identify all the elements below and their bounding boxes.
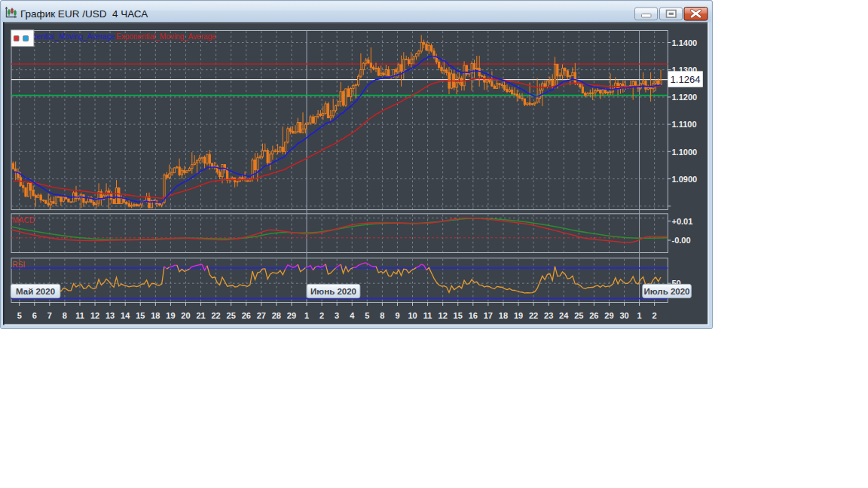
svg-text:1.0900: 1.0900 [672, 175, 698, 184]
svg-text:12: 12 [90, 311, 99, 320]
svg-text:20: 20 [181, 311, 190, 320]
svg-text:5: 5 [365, 311, 369, 320]
svg-text:11: 11 [75, 311, 84, 320]
svg-text:18: 18 [499, 311, 508, 320]
svg-text:15: 15 [136, 311, 145, 320]
svg-text:8: 8 [63, 311, 67, 320]
svg-text:13: 13 [105, 311, 115, 320]
svg-text:26: 26 [242, 311, 251, 320]
svg-text:Июнь 2020: Июнь 2020 [310, 287, 356, 296]
svg-text:Exponential_Moving_Average: Exponential_Moving_Average [116, 32, 216, 41]
svg-text:8: 8 [380, 311, 384, 320]
svg-text:27: 27 [257, 311, 266, 320]
svg-text:21: 21 [196, 311, 205, 320]
svg-text:19: 19 [514, 311, 523, 320]
svg-text:2: 2 [653, 311, 657, 320]
svg-text:1: 1 [304, 311, 309, 320]
svg-text:25: 25 [574, 311, 583, 320]
svg-text:1.1264: 1.1264 [671, 74, 701, 85]
svg-text:11: 11 [423, 311, 432, 320]
svg-text:15: 15 [454, 311, 463, 320]
svg-text:29: 29 [604, 311, 613, 320]
svg-text:18: 18 [151, 311, 160, 320]
svg-text:7: 7 [47, 311, 52, 320]
svg-text:MACD: MACD [13, 216, 35, 224]
svg-text:5: 5 [17, 311, 22, 320]
svg-text:26: 26 [589, 311, 598, 320]
svg-text:-0.00: -0.00 [672, 236, 691, 245]
svg-text:19: 19 [166, 311, 175, 320]
svg-text:Июль 2020: Июль 2020 [644, 287, 690, 296]
svg-text:22: 22 [529, 311, 538, 320]
svg-text:+0.01: +0.01 [672, 217, 693, 226]
svg-text:4: 4 [350, 311, 355, 320]
svg-text:16: 16 [469, 311, 478, 320]
svg-text:1: 1 [637, 311, 642, 320]
svg-text:30: 30 [619, 311, 628, 320]
svg-text:График EUR /USD 4 ЧАСА: График EUR /USD 4 ЧАСА [20, 8, 148, 20]
svg-text:25: 25 [227, 311, 236, 320]
svg-text:1.1200: 1.1200 [672, 93, 698, 102]
svg-text:10: 10 [408, 311, 417, 320]
svg-text:1.1400: 1.1400 [672, 38, 698, 47]
svg-text:RSI: RSI [13, 261, 26, 269]
svg-text:1.1100: 1.1100 [672, 120, 697, 129]
svg-text:3: 3 [335, 311, 339, 320]
svg-text:14: 14 [121, 311, 130, 320]
svg-text:23: 23 [544, 311, 553, 320]
svg-text:12: 12 [439, 311, 448, 320]
svg-text:28: 28 [272, 311, 281, 320]
svg-text:17: 17 [484, 311, 493, 320]
svg-text:24: 24 [559, 311, 569, 320]
svg-text:Май 2020: Май 2020 [16, 287, 55, 296]
svg-text:2: 2 [319, 311, 324, 320]
svg-text:1.1000: 1.1000 [672, 148, 698, 157]
svg-text:22: 22 [211, 311, 220, 320]
svg-text:29: 29 [287, 311, 296, 320]
svg-text:9: 9 [395, 311, 399, 320]
svg-text:6: 6 [32, 311, 37, 320]
